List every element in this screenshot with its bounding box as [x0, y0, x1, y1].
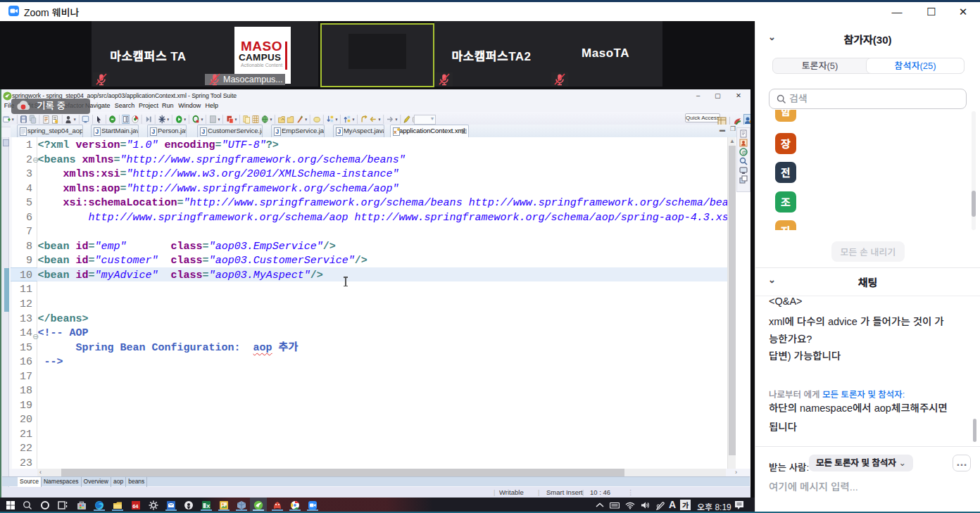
- svg-text:J: J: [95, 128, 99, 135]
- svg-text:X: X: [206, 503, 211, 509]
- svg-text:J: J: [337, 128, 341, 135]
- svg-text:J: J: [151, 128, 155, 135]
- svg-text:64: 64: [132, 503, 139, 509]
- svg-text:J: J: [275, 128, 279, 135]
- svg-text:J: J: [201, 128, 205, 135]
- svg-text:@: @: [742, 150, 747, 155]
